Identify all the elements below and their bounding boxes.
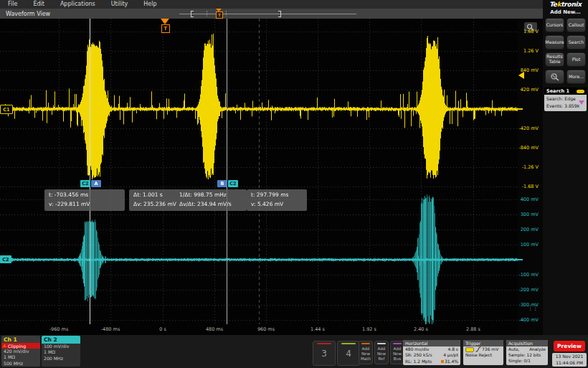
time-axis-tick: 1.92 s: [362, 326, 376, 332]
ch4-badge[interactable]: 4: [337, 341, 360, 366]
tab-waveform-view[interactable]: Waveform View: [6, 11, 50, 17]
right-sidebar: Tektronix Add New... Cursors Callout Mea…: [543, 0, 588, 335]
time-axis-tick: -480 ms: [101, 326, 120, 332]
ch1-scale: 420 mV/div: [1, 349, 40, 354]
trigger-panel[interactable]: Trigger 736 mV Noise Reject: [463, 340, 503, 365]
more-button[interactable]: More...: [566, 70, 586, 84]
minimap-trigger-handle[interactable]: T: [216, 11, 223, 19]
inverse-delta-t: 1/Δt: 998.75 mHz: [179, 191, 227, 200]
cursor-b-badges: B C2: [217, 180, 238, 187]
ch1-ground-marker-tail: [13, 107, 16, 111]
cursor-a-handle[interactable]: A: [91, 180, 101, 187]
horizontal-scale: 480 ms/div: [405, 346, 429, 352]
preview-button[interactable]: Preview: [554, 341, 585, 352]
time: 11:44:06 PM: [552, 360, 587, 367]
search1-expand-icon[interactable]: [579, 100, 584, 105]
acquisition-sample: Sample: 12 bits: [508, 352, 541, 358]
ch2-ground-marker[interactable]: C2: [0, 255, 11, 263]
time-axis-tick: 2.88 s: [466, 326, 480, 332]
ch2-scale: 100 mV/div: [42, 344, 80, 349]
cursor-b-voltage: v: 5.426 mV: [251, 200, 303, 209]
trigger-position: 31.4%: [441, 359, 458, 364]
menu-help[interactable]: Help: [136, 0, 164, 9]
plot-button[interactable]: Plot: [566, 52, 586, 67]
trigger-level: 736 mV: [482, 346, 498, 352]
ch2-badge[interactable]: Ch 2 100 mV/div 1 MΩ 200 MHz: [42, 336, 80, 367]
acquisition-title: Acquisition: [506, 340, 548, 346]
search-button[interactable]: Search: [566, 35, 586, 49]
minimap-right-bracket[interactable]: [278, 11, 281, 17]
sidebar-button-grid: Cursors Callout Measure Search Results T…: [545, 18, 586, 84]
time-axis-labels: -960 ms-480 ms0 s480 ms960 ms1.44 s1.92 …: [0, 324, 518, 335]
volt-axis-tick: 200 mV: [521, 227, 539, 232]
volt-axis-tick: -100 mV: [518, 272, 539, 278]
time-axis-tick: 1.44 s: [310, 326, 325, 332]
horizontal-title: Horizontal: [403, 340, 460, 346]
acquisition-analyze: Analyze: [529, 346, 546, 352]
volt-axis-tick: 100 mV: [521, 242, 539, 247]
cursor-a-voltage: v: -229.811 mV: [49, 200, 120, 209]
trigger-mode: Noise Reject: [465, 352, 492, 358]
tektronix-logo: Tektronix: [543, 1, 588, 8]
tab-bar: Waveform View T: [0, 9, 543, 19]
ch1-zero-tick: [518, 108, 523, 110]
trigger-position-triangle-icon: [161, 19, 169, 24]
time-axis-tick: -960 ms: [49, 326, 69, 332]
trigger-position-marker[interactable]: T: [161, 24, 170, 33]
acquisition-panel[interactable]: Acquisition Auto,Analyze Sample: 12 bits…: [506, 340, 548, 365]
bottom-badge-bar: Ch 1 ⚠Clipping 420 mV/div 1 MΩ 500 MHz C…: [0, 335, 588, 368]
trigger-source-pill: [465, 347, 474, 352]
menu-applications[interactable]: Applications: [52, 0, 103, 9]
cursor-delta-readout: Δt: 1.001 s 1/Δt: 998.75 mHz Δv: 235.236…: [129, 189, 247, 211]
cursor-a-time: t: -703.456 ms: [49, 191, 120, 200]
horizontal-panel[interactable]: Horizontal 480 ms/div4.8 s SR: 250 kS/s4…: [403, 340, 460, 365]
cursors-button[interactable]: Cursors: [545, 18, 564, 32]
acquisition-mode: Auto,: [508, 346, 519, 352]
ch1-ground-marker[interactable]: C1: [0, 105, 13, 114]
menu-edit[interactable]: Edit: [25, 0, 52, 9]
results-table-button[interactable]: Results Table: [545, 52, 564, 67]
volt-axis-tick: 420 mV: [521, 87, 539, 93]
cursor-b-time: t: 297.799 ms: [251, 191, 303, 200]
ch1-badge-title: Ch 1: [1, 336, 40, 343]
ch1-bandwidth: 500 MHz: [1, 361, 40, 367]
warning-icon: ⚠: [3, 344, 6, 348]
minimap-dash-left: [207, 11, 207, 16]
add-new-math-button[interactable]: Add New Math: [359, 341, 373, 364]
volt-axis-tick: 300 mV: [521, 212, 539, 217]
volt-axis-tick: 840 mV: [521, 67, 539, 73]
menu-file[interactable]: File: [0, 0, 25, 9]
cursor-b-handle[interactable]: B: [217, 180, 227, 187]
position-marker-icon: [441, 360, 444, 363]
oscilloscope-screen: File Edit Applications Utility Help Wave…: [0, 0, 588, 368]
waveform-magnifier-icon: [550, 73, 560, 81]
minimap-left-bracket[interactable]: [191, 11, 194, 17]
measure-button[interactable]: Measure: [545, 35, 564, 49]
ch1-impedance: 1 MΩ: [1, 354, 40, 360]
datetime-display[interactable]: 13 Nov 2021 11:44:06 PM: [552, 353, 587, 367]
waveform-canvas[interactable]: [0, 19, 518, 324]
cursor-a-source-badge[interactable]: C2: [80, 180, 90, 187]
volt-axis-tick: 1.68 V: [523, 29, 539, 34]
add-new-ref-button[interactable]: Add New Ref: [374, 341, 389, 364]
horizontal-window: 4.8 s: [447, 346, 458, 352]
menu-bar: File Edit Applications Utility Help: [0, 0, 543, 9]
ch2-ground-marker-tail: [11, 258, 15, 262]
search1-result-badge[interactable]: Search 1 Search: Edge Events: 3.859k: [544, 88, 587, 111]
time-axis-tick: 960 ms: [257, 326, 275, 332]
ch1-badge[interactable]: Ch 1 ⚠Clipping 420 mV/div 1 MΩ 500 MHz: [1, 336, 40, 367]
volt-axis-tick: -400 mV: [518, 317, 539, 323]
callout-button[interactable]: Callout: [566, 18, 586, 32]
volt-axis-tick: 1.26 V: [523, 48, 539, 54]
menu-utility[interactable]: Utility: [103, 0, 136, 9]
cursor-b-source-badge[interactable]: C2: [228, 180, 238, 187]
ch2-bandwidth: 200 MHz: [42, 356, 80, 362]
ch3-color-stripe: [317, 343, 331, 344]
vertical-scale-column: ⋮⋮ 1.68 V1.26 V840 mV420 mV-420 mV-840 m…: [518, 19, 543, 335]
ch3-badge[interactable]: 3: [313, 341, 336, 366]
cursor-b-readout: t: 297.799 ms v: 5.426 mV: [247, 189, 307, 211]
add-new-bus-button[interactable]: Add New Bus: [390, 341, 404, 364]
bus-color-stripe: [393, 343, 402, 344]
waveform-zoom-button[interactable]: [545, 70, 564, 84]
date: 13 Nov 2021: [552, 354, 587, 360]
